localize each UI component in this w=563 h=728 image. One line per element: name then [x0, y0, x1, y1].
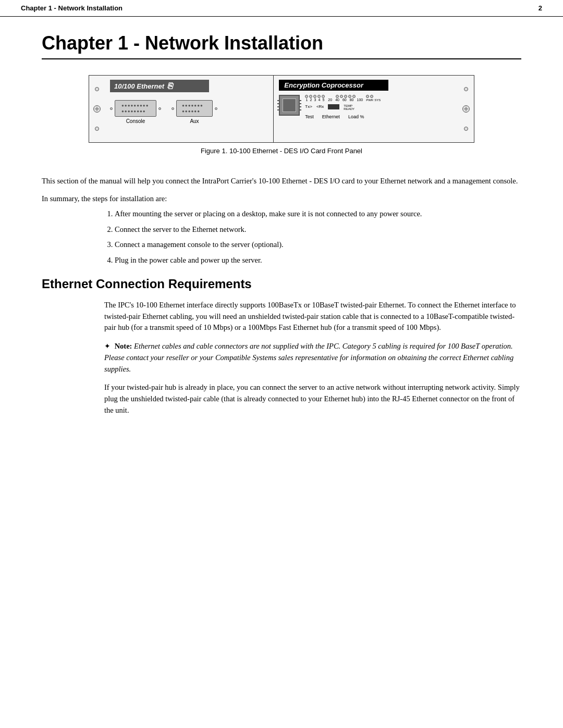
- dark-bar: [328, 104, 339, 109]
- ground-symbol-right: [462, 105, 470, 113]
- panel-diagram: 10/100 Ethernet ⎘ ●●●●●●●●● ●●●●●●●: [89, 75, 474, 143]
- console-port: ●●●●●●●●● ●●●●●●●●: [115, 100, 156, 117]
- header-page-number: 2: [538, 4, 542, 12]
- bottom-labels: Test Ethernet Load %: [305, 114, 381, 119]
- temp-ready-labels: TEMP READY: [344, 104, 354, 110]
- test-label: Test: [305, 114, 314, 119]
- tx-rx-row: Tx> <Rx TEMP READY: [305, 104, 381, 110]
- aux-connector-group: ●●●●●●● ●●●●●● Aux: [172, 100, 217, 124]
- content-area: Chapter 1 - Network Installation: [0, 17, 563, 445]
- status-panel: 1 2 3 4 5: [305, 95, 381, 119]
- console-connector-group: ●●●●●●●●● ●●●●●●●● Console: [110, 100, 161, 124]
- chapter-heading: Chapter 1 - Network Installation: [42, 32, 521, 59]
- tx-label: Tx>: [305, 104, 312, 110]
- chip-icon: [279, 95, 300, 116]
- right-screws: [458, 76, 474, 142]
- rx-label: <Rx: [316, 104, 324, 110]
- list-item: Connect the server to the Ethernet netwo…: [115, 224, 521, 236]
- connectors-row: ●●●●●●●●● ●●●●●●●● Console: [110, 100, 268, 124]
- encryption-label-box: Encryption Coprocessor: [279, 80, 388, 91]
- panel-right-section: Encryption Coprocessor: [274, 76, 458, 142]
- note-prefix: Note:: [115, 342, 132, 350]
- list-item: Plug in the power cable and power up the…: [115, 255, 521, 266]
- indicator-row: 1 2 3 4 5: [305, 95, 381, 102]
- note-text: Ethernet cables and cable connectors are…: [104, 342, 513, 373]
- left-screws: [89, 76, 105, 142]
- ethernet-bottom-label: Ethernet: [322, 114, 340, 119]
- console-dot-right: [158, 107, 161, 110]
- console-dot-left: [110, 107, 113, 110]
- list-item: Connect a management console to the serv…: [115, 239, 521, 251]
- figure-container: 10/100 Ethernet ⎘ ●●●●●●●●● ●●●●●●●: [42, 75, 521, 165]
- page-container: Chapter 1 - Network Installation 2 Chapt…: [0, 0, 563, 728]
- section-heading: Ethernet Connection Requirements: [42, 277, 521, 291]
- screw-top-left: [95, 87, 99, 91]
- section-para1: The IPC's 10-100 Ethernet interface dire…: [104, 300, 521, 334]
- encryption-label-text: Encryption Coprocessor: [284, 81, 363, 89]
- aux-connector: ●●●●●●● ●●●●●●: [172, 100, 217, 117]
- aux-label: Aux: [190, 118, 199, 124]
- steps-list: After mounting the server or placing on …: [115, 208, 521, 266]
- header-bar: Chapter 1 - Network Installation 2: [0, 0, 563, 17]
- aux-dot-left: [172, 107, 174, 110]
- load-label: Load %: [348, 114, 364, 119]
- list-item: After mounting the server or placing on …: [115, 208, 521, 220]
- panel-left-section: 10/100 Ethernet ⎘ ●●●●●●●●● ●●●●●●●: [105, 76, 274, 142]
- ready-label: READY: [344, 107, 354, 110]
- ground-symbol-left: [93, 105, 101, 113]
- summary-intro: In summary, the steps for installation a…: [42, 194, 521, 203]
- screw-top-right: [464, 87, 468, 91]
- aux-port: ●●●●●●● ●●●●●●: [176, 100, 213, 117]
- note-paragraph: ✦ Note: Ethernet cables and cable connec…: [104, 341, 521, 375]
- aux-dot-right: [215, 107, 217, 110]
- screw-bottom-left: [95, 127, 99, 131]
- encryption-content: 1 2 3 4 5: [279, 95, 453, 119]
- console-label: Console: [126, 118, 145, 124]
- section-para2: If your twisted-pair hub is already in p…: [104, 382, 521, 416]
- note-diamond-icon: ✦: [104, 342, 111, 350]
- screw-bottom-right: [464, 127, 468, 131]
- ethernet-label-box: 10/100 Ethernet ⎘: [110, 80, 209, 92]
- header-chapter-title: Chapter 1 - Network Installation: [21, 4, 123, 12]
- network-icon: ⎘: [167, 81, 173, 91]
- figure-caption: Figure 1. 10-100 Ethernet - DES I/O Card…: [201, 147, 362, 155]
- intro-paragraph: This section of the manual will help you…: [42, 176, 521, 187]
- console-connector: ●●●●●●●●● ●●●●●●●●: [110, 100, 161, 117]
- ethernet-label-text: 10/100 Ethernet: [114, 82, 164, 90]
